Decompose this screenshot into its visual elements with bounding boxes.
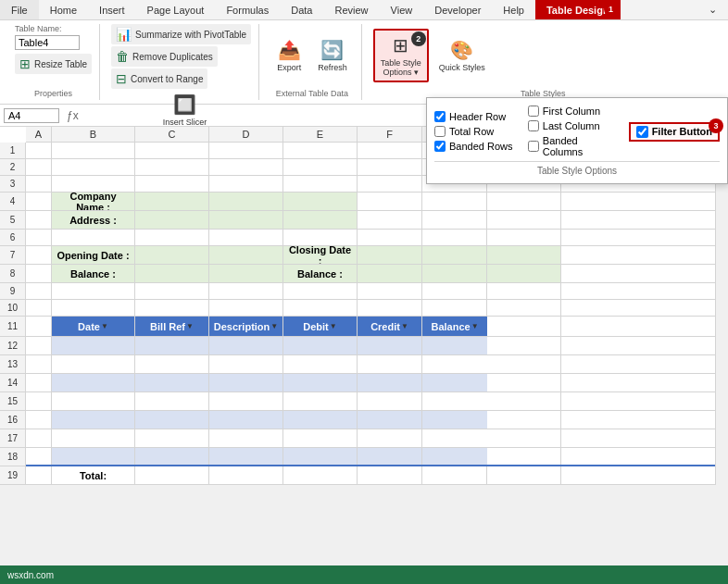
cell-c7[interactable] bbox=[135, 246, 209, 264]
cell-c16[interactable] bbox=[135, 411, 209, 429]
banded-rows-checkbox[interactable]: Banded Rows bbox=[434, 141, 513, 152]
row-num-19[interactable]: 19 bbox=[0, 466, 25, 485]
cell-a13[interactable] bbox=[26, 355, 52, 373]
cell-e1[interactable] bbox=[283, 143, 358, 158]
cell-f1[interactable] bbox=[358, 143, 422, 158]
cell-f9[interactable] bbox=[358, 283, 422, 299]
col-header-a[interactable]: A bbox=[26, 127, 52, 142]
cell-d2[interactable] bbox=[209, 159, 283, 175]
col-header-b[interactable]: B bbox=[52, 127, 135, 142]
cell-g15[interactable] bbox=[422, 392, 487, 410]
cell-d7[interactable] bbox=[209, 246, 283, 264]
row-num-2[interactable]: 2 bbox=[0, 159, 25, 176]
cell-f14[interactable] bbox=[358, 374, 422, 391]
row-num-18[interactable]: 18 bbox=[0, 448, 25, 466]
cell-h11[interactable] bbox=[487, 317, 561, 336]
tab-table-design[interactable]: Table Design 1 bbox=[535, 0, 621, 19]
row-num-12[interactable]: 12 bbox=[0, 337, 25, 355]
cell-h5[interactable] bbox=[487, 211, 561, 229]
row-num-16[interactable]: 16 bbox=[0, 411, 25, 429]
cell-f18[interactable] bbox=[358, 448, 422, 465]
cell-g19[interactable] bbox=[422, 466, 487, 484]
cell-c9[interactable] bbox=[135, 283, 209, 299]
tab-file[interactable]: File bbox=[0, 0, 39, 19]
cell-d1[interactable] bbox=[209, 143, 283, 158]
remove-duplicates-button[interactable]: 🗑 Remove Duplicates bbox=[111, 46, 218, 67]
cell-b13[interactable] bbox=[52, 355, 135, 373]
table-style-options-button[interactable]: ⊞ Table StyleOptions ▾ 2 bbox=[373, 29, 429, 82]
cell-d8[interactable] bbox=[209, 265, 283, 282]
cell-a18[interactable] bbox=[26, 448, 52, 465]
cell-h10[interactable] bbox=[487, 300, 561, 316]
cell-e3[interactable] bbox=[283, 176, 358, 192]
cell-d15[interactable] bbox=[209, 392, 283, 410]
row-num-7[interactable]: 7 bbox=[0, 246, 25, 265]
cell-f19[interactable] bbox=[358, 466, 422, 484]
cell-a1[interactable] bbox=[26, 143, 52, 158]
tab-view[interactable]: View bbox=[380, 0, 424, 19]
cell-e12[interactable] bbox=[283, 337, 358, 354]
cell-g17[interactable] bbox=[422, 429, 487, 447]
cell-b10[interactable] bbox=[52, 300, 135, 316]
cell-a9[interactable] bbox=[26, 283, 52, 299]
cell-b14[interactable] bbox=[52, 374, 135, 391]
row-num-15[interactable]: 15 bbox=[0, 392, 25, 411]
cell-h6[interactable] bbox=[487, 230, 561, 245]
cell-f6[interactable] bbox=[358, 230, 422, 245]
cell-d12[interactable] bbox=[209, 337, 283, 354]
insert-slicer-button[interactable]: 🔲 Insert Slicer bbox=[157, 89, 214, 131]
col-header-d[interactable]: D bbox=[209, 127, 283, 142]
balance-filter-icon[interactable]: ▼ bbox=[471, 322, 479, 330]
cell-e17[interactable] bbox=[283, 429, 358, 447]
cell-h14[interactable] bbox=[487, 374, 561, 391]
cell-h4[interactable] bbox=[487, 193, 561, 210]
cell-a7[interactable] bbox=[26, 246, 52, 264]
cell-b3[interactable] bbox=[52, 176, 135, 192]
cell-d16[interactable] bbox=[209, 411, 283, 429]
cell-c13[interactable] bbox=[135, 355, 209, 373]
col-header-f[interactable]: F bbox=[358, 127, 422, 142]
cell-a16[interactable] bbox=[26, 411, 52, 429]
name-box[interactable] bbox=[4, 108, 59, 123]
cell-g16[interactable] bbox=[422, 411, 487, 429]
cell-g18[interactable] bbox=[422, 448, 487, 465]
cell-f16[interactable] bbox=[358, 411, 422, 429]
resize-table-button[interactable]: ⊞ Resize Table bbox=[15, 54, 92, 74]
cell-b16[interactable] bbox=[52, 411, 135, 429]
cell-a14[interactable] bbox=[26, 374, 52, 391]
tab-home[interactable]: Home bbox=[39, 0, 88, 19]
tab-help[interactable]: Help bbox=[492, 0, 535, 19]
cell-f3[interactable] bbox=[358, 176, 422, 192]
cell-c15[interactable] bbox=[135, 392, 209, 410]
cell-e16[interactable] bbox=[283, 411, 358, 429]
cell-f8[interactable] bbox=[358, 265, 422, 282]
cell-a17[interactable] bbox=[26, 429, 52, 447]
last-column-checkbox[interactable]: Last Column bbox=[528, 120, 607, 131]
row-num-13[interactable]: 13 bbox=[0, 355, 25, 374]
date-filter-icon[interactable]: ▼ bbox=[101, 322, 108, 330]
filter-button-checkbox[interactable]: Filter Button 3 bbox=[629, 122, 720, 142]
row-num-10[interactable]: 10 bbox=[0, 300, 25, 317]
cell-c8[interactable] bbox=[135, 265, 209, 282]
cell-b7[interactable]: Opening Date : bbox=[52, 246, 135, 264]
cell-a4[interactable] bbox=[26, 193, 52, 210]
cell-h7[interactable] bbox=[487, 246, 561, 264]
cell-d6[interactable] bbox=[209, 230, 283, 245]
vertical-scrollbar[interactable] bbox=[715, 143, 728, 485]
cell-b15[interactable] bbox=[52, 392, 135, 410]
cell-g10[interactable] bbox=[422, 300, 487, 316]
cell-e13[interactable] bbox=[283, 355, 358, 373]
cell-d18[interactable] bbox=[209, 448, 283, 465]
cell-a3[interactable] bbox=[26, 176, 52, 192]
tab-expand[interactable]: ⌄ bbox=[697, 0, 728, 19]
cell-e5[interactable] bbox=[283, 211, 358, 229]
cell-c5[interactable] bbox=[135, 211, 209, 229]
cell-e14[interactable] bbox=[283, 374, 358, 391]
cell-a12[interactable] bbox=[26, 337, 52, 354]
cell-b12[interactable] bbox=[52, 337, 135, 354]
desc-filter-icon[interactable]: ▼ bbox=[270, 322, 278, 330]
cell-e6[interactable] bbox=[283, 230, 358, 245]
cell-c3[interactable] bbox=[135, 176, 209, 192]
cell-a2[interactable] bbox=[26, 159, 52, 175]
banded-columns-checkbox[interactable]: Banded Columns bbox=[528, 135, 607, 157]
